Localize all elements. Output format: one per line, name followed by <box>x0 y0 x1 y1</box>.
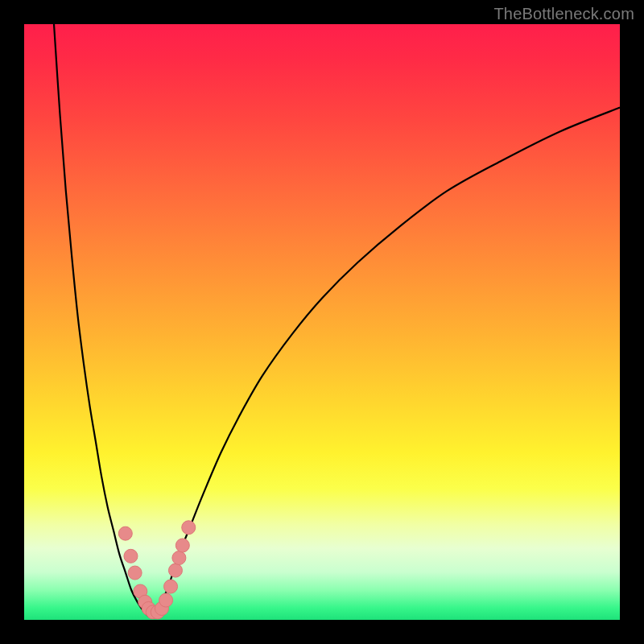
data-marker <box>168 564 182 577</box>
chart-frame: TheBottleneck.com <box>0 0 644 644</box>
data-marker <box>128 566 142 580</box>
plot-area <box>24 24 620 620</box>
data-marker <box>172 551 186 565</box>
data-marker <box>118 526 132 540</box>
watermark-text: TheBottleneck.com <box>493 5 634 23</box>
chart-svg <box>24 24 620 620</box>
curve-left-branch <box>54 24 149 617</box>
data-marker <box>124 549 138 563</box>
data-marker <box>159 593 173 607</box>
data-marker <box>175 539 189 552</box>
data-marker <box>164 580 178 593</box>
data-marker <box>182 521 196 535</box>
curve-right-branch <box>149 108 620 617</box>
marker-group <box>118 521 195 619</box>
